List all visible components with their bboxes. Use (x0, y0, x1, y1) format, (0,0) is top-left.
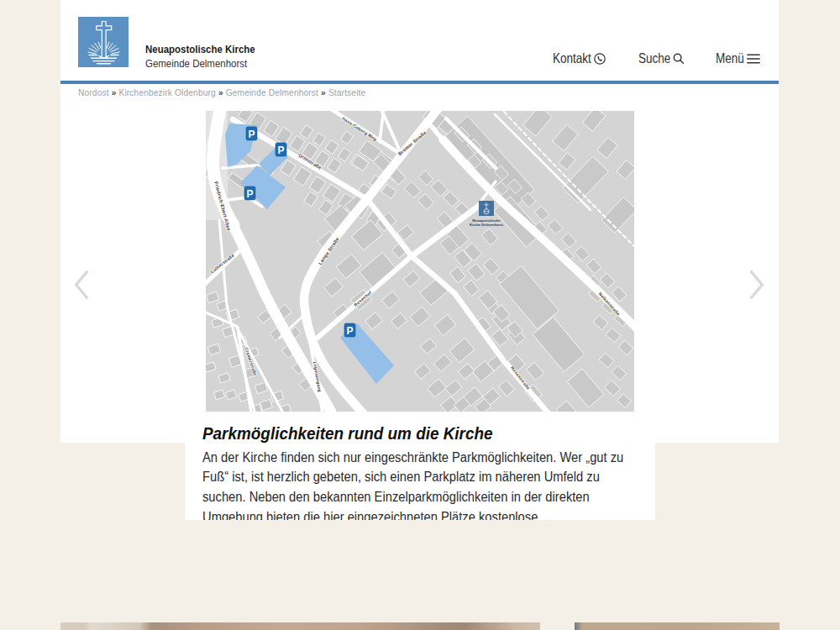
svg-text:P: P (346, 325, 353, 337)
svg-text:P: P (246, 188, 253, 200)
svg-text:Kirche Delmenhorst: Kirche Delmenhorst (470, 223, 503, 227)
svg-text:P: P (277, 144, 284, 156)
svg-text:P: P (248, 129, 255, 140)
